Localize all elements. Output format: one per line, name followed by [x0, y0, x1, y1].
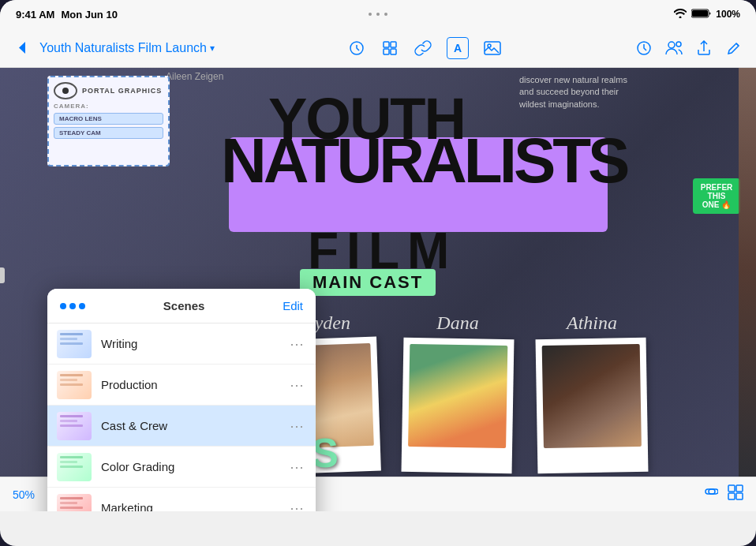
prefer-badge: PREFER THIS ONE 🔥 [693, 178, 740, 214]
scene-label-cast-crew: Cast & Crew [101, 419, 287, 432]
dot3 [384, 13, 387, 16]
status-bar-left: 9:41 AM Mon Jun 10 [16, 9, 118, 21]
canvas-author: Aileen Zeigen [166, 71, 223, 82]
wifi-icon [674, 9, 687, 21]
toolbar-right [634, 39, 743, 58]
film-heading: FILM [308, 222, 457, 280]
status-bar-right: 100% [674, 9, 740, 21]
sonia-signature: Athina [567, 312, 617, 334]
date: Mon Jun 10 [61, 9, 118, 21]
cast-photo-sonia: Athina SONIA BRIZZOLARI (SHE / HER) [537, 312, 647, 503]
scene-item-color-grading[interactable]: Color Grading ⋯ [47, 447, 316, 488]
left-handle [0, 267, 5, 283]
link-bottom-icon[interactable] [701, 484, 718, 504]
carley-photo [408, 344, 507, 448]
carley-polaroid [402, 338, 515, 473]
toolbar-center: A [347, 37, 502, 59]
svg-rect-17 [728, 493, 735, 499]
camera-label: CAMERA: [54, 103, 163, 110]
dot1 [369, 13, 372, 16]
svg-rect-18 [736, 493, 743, 499]
scene-item-cast-crew[interactable]: Cast & Crew ⋯ [47, 406, 316, 447]
title-chevron-icon: ▾ [210, 43, 215, 54]
scene-item-writing[interactable]: Writing ⋯ [47, 323, 316, 365]
scene-label-marketing: Marketing [101, 501, 287, 511]
toolbar-left: Youth Naturalists Film Launch ▾ [13, 39, 215, 58]
scenes-dot-2 [69, 303, 76, 309]
clock-icon[interactable] [634, 39, 653, 58]
zoom-level[interactable]: 50% [13, 488, 35, 501]
svg-rect-3 [384, 42, 389, 47]
svg-rect-6 [391, 49, 396, 54]
svg-rect-16 [736, 485, 743, 492]
status-bar: 9:41 AM Mon Jun 10 100% [0, 0, 756, 28]
share-icon[interactable] [694, 39, 713, 58]
camera-card: PORTAL GRAPHICS CAMERA: MACRO LENS STEAD… [47, 76, 170, 166]
sonia-photo [542, 344, 642, 448]
scene-label-writing: Writing [101, 337, 287, 350]
naturalists-heading: NATURALISTS [221, 129, 627, 193]
scene-menu-color-grading[interactable]: ⋯ [287, 458, 306, 477]
back-button[interactable] [13, 39, 32, 58]
task-icon[interactable] [347, 39, 366, 58]
carley-signature: Dana [436, 312, 478, 334]
svg-point-10 [668, 42, 675, 48]
text-format-icon[interactable]: A [447, 37, 469, 59]
scenes-panel: Scenes Edit Writing ⋯ [47, 289, 316, 511]
image-insert-icon[interactable] [483, 39, 502, 58]
scene-menu-writing[interactable]: ⋯ [287, 335, 306, 353]
battery-percent: 100% [716, 9, 740, 20]
main-canvas: Aileen Zeigen discover new natural realm… [0, 68, 756, 511]
svg-rect-15 [728, 485, 735, 492]
toolbar: Youth Naturalists Film Launch ▾ [0, 28, 756, 68]
battery-icon [691, 9, 711, 21]
canvas-note: discover new natural realms and succeed … [519, 74, 630, 110]
svg-rect-1 [692, 10, 708, 17]
scenes-title: Scenes [163, 299, 205, 312]
scene-label-production: Production [101, 378, 287, 391]
scene-thumb-color [57, 453, 92, 481]
edit-pencil-icon[interactable] [724, 39, 743, 58]
svg-rect-5 [384, 49, 389, 54]
right-strip [739, 68, 756, 477]
scenes-dot-3 [79, 303, 85, 309]
scene-thumb-cast [57, 412, 92, 440]
collaborate-icon[interactable] [664, 39, 683, 58]
bottom-right [701, 484, 743, 504]
scene-item-marketing[interactable]: Marketing ⋯ [47, 488, 316, 511]
scene-label-color-grading: Color Grading [101, 460, 287, 473]
scene-thumb-marketing [57, 494, 92, 512]
layout-icon[interactable] [380, 39, 399, 58]
link-icon[interactable] [414, 39, 432, 58]
scenes-dot-1 [60, 303, 66, 309]
lens-badge: MACRO LENS [54, 113, 163, 125]
ipad-frame: 9:41 AM Mon Jun 10 100% [0, 0, 756, 546]
sonia-polaroid [536, 338, 649, 473]
time: 9:41 AM [16, 9, 54, 21]
steadycam-badge: STEADY CAM [54, 127, 163, 139]
dot2 [376, 13, 380, 16]
portal-graphics-label: PORTAL GRAPHICS [82, 87, 162, 95]
scene-thumb-writing [57, 330, 92, 358]
scenes-dots [60, 303, 85, 309]
scene-thumb-production [57, 371, 92, 399]
scene-menu-marketing[interactable]: ⋯ [287, 499, 306, 512]
scenes-edit-button[interactable]: Edit [283, 299, 303, 312]
status-bar-center [369, 13, 387, 16]
svg-point-11 [676, 42, 681, 47]
scenes-header: Scenes Edit [47, 289, 316, 323]
scenes-list: Writing ⋯ Production ⋯ [47, 323, 316, 511]
scene-menu-production[interactable]: ⋯ [287, 376, 306, 395]
cast-photo-carley: Dana CARLEY TAYLOR (SHE / HER) [402, 312, 513, 503]
scene-item-production[interactable]: Production ⋯ [47, 365, 316, 406]
svg-rect-4 [391, 42, 396, 47]
document-title[interactable]: Youth Naturalists Film Launch ▾ [39, 41, 215, 55]
grid-bottom-icon[interactable] [728, 484, 743, 504]
scene-menu-cast-crew[interactable]: ⋯ [287, 417, 306, 436]
